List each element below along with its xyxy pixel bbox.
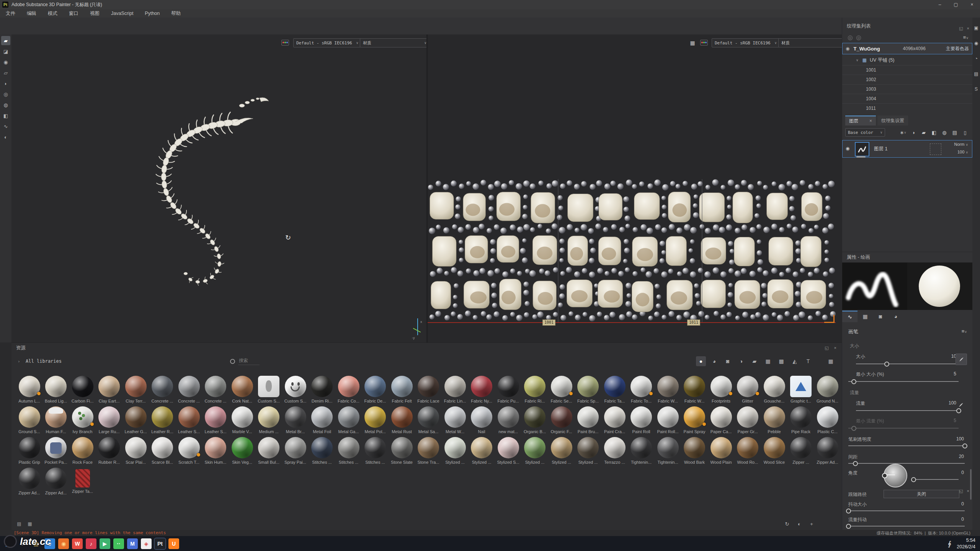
material-item[interactable]: Small Bul... [256, 436, 282, 467]
uv-texture-canvas[interactable] [428, 34, 842, 342]
material-item[interactable]: Marble V... [229, 406, 255, 436]
material-item[interactable]: Paper Gr... [735, 406, 761, 436]
material-item[interactable]: Metal Sa... [415, 406, 442, 436]
material-item[interactable]: Leather S... [176, 406, 202, 436]
path-tool[interactable]: ∿ [1, 122, 10, 131]
uv-tile-1011[interactable]: 1011 [842, 103, 972, 113]
uv-tile-group-row[interactable]: ∨ ▦ UV 平铺 (5) [842, 56, 972, 64]
min-size-slider[interactable] [848, 381, 959, 382]
material-item[interactable]: Zipper Ta... [69, 467, 96, 497]
material-item[interactable]: Metal Ga... [335, 406, 362, 436]
material-item[interactable]: Rubber R... [96, 436, 122, 467]
menu-item-4[interactable]: 视图 [84, 9, 105, 18]
close-properties-icon[interactable]: × [967, 489, 969, 494]
material-item[interactable]: Fabric W... [655, 375, 681, 406]
library-selector[interactable]: › All libraries [18, 359, 62, 364]
tab-texture-set-settings[interactable]: 纹理集设置 [877, 116, 908, 126]
shelf-grid-view-toggle[interactable]: ▦ [26, 520, 34, 527]
collapse-chevron-icon[interactable]: ∨ [856, 58, 859, 62]
alpha-properties-tab[interactable]: ▦ [858, 311, 873, 322]
material-item[interactable]: Fabric Ny... [469, 375, 495, 406]
material-item[interactable]: Ivy Branch [69, 406, 96, 436]
material-item[interactable]: Leather R... [149, 406, 176, 436]
material-item[interactable]: Human F... [43, 406, 69, 436]
material-item[interactable]: Stylized ... [522, 436, 548, 467]
smart-materials-filter[interactable]: ◕ [709, 356, 719, 366]
reimport-shelf-button[interactable]: ↻ [784, 520, 791, 527]
prop-size-value[interactable]: 10 [941, 354, 956, 359]
environments-filter[interactable]: ◭ [790, 356, 800, 366]
quick-mask-tool[interactable]: ◧ [1, 111, 10, 120]
firefox-browser-button[interactable]: ◉ [58, 538, 69, 549]
material-item[interactable]: Cork Nat... [229, 375, 255, 406]
material-item[interactable]: Stitches ... [309, 436, 335, 467]
wps-office-button[interactable]: W [72, 538, 83, 549]
taskbar-clock[interactable]: 5:54 2026/2/4 [957, 537, 975, 550]
menu-item-0[interactable]: 文件 [0, 9, 21, 18]
material-item[interactable]: Stone Tra... [415, 436, 442, 467]
video-app-button[interactable]: ▶ [100, 538, 110, 549]
prop-size-slider[interactable] [856, 364, 959, 364]
shelf-search[interactable]: 搜索 [230, 357, 260, 365]
prop-flow-pressure-button[interactable] [956, 400, 965, 409]
prop-spacing-value[interactable]: 20 [949, 454, 964, 459]
stencil-properties-tab[interactable]: ◙ [873, 311, 888, 322]
material-item[interactable]: Nail [469, 406, 495, 436]
material-properties-tab[interactable]: ◕ [888, 311, 903, 322]
visibility-eye-icon[interactable]: ◉ [846, 46, 849, 51]
size-jitter-slider[interactable] [848, 510, 965, 511]
add-smart-material-button[interactable]: ◍ [940, 128, 949, 137]
pending-updates-button[interactable]: ◐ [796, 520, 803, 527]
shelf-list-view-toggle[interactable]: ▤ [15, 520, 23, 527]
material-item[interactable]: Custom S... [256, 375, 282, 406]
menu-item-5[interactable]: JavaScript [105, 9, 139, 18]
close-shelf-icon[interactable]: × [834, 346, 836, 350]
menu-item-7[interactable]: 帮助 [165, 9, 186, 18]
material-item[interactable]: Pipe Rack [788, 406, 814, 436]
material-item[interactable]: Scratch T... [176, 436, 202, 467]
angle-slider[interactable] [913, 479, 959, 480]
prop-size-pressure-button[interactable] [956, 354, 967, 365]
procedurals-filter[interactable]: ▩ [776, 356, 786, 366]
material-item[interactable]: Plastic C... [814, 406, 841, 436]
material-item[interactable]: Terrazzo ... [601, 436, 628, 467]
delete-layer-button[interactable]: ▯ [961, 128, 969, 137]
layer-thumbnail[interactable] [855, 142, 869, 156]
flow-jitter-value[interactable]: 0 [949, 517, 964, 522]
material-item[interactable]: Wood Ro... [735, 436, 761, 467]
prop-opacity-slider[interactable] [848, 445, 965, 446]
layer-mask-placeholder[interactable] [930, 143, 941, 155]
material-item[interactable]: Stylized S... [495, 436, 521, 467]
material-item[interactable]: Concrete ... [176, 375, 202, 406]
material-item[interactable]: Concrete ... [203, 375, 229, 406]
material-item[interactable]: Stylized ... [548, 436, 575, 467]
material-item[interactable]: Autumn L... [16, 375, 42, 406]
material-item[interactable]: Concrete ... [149, 375, 176, 406]
material-item[interactable]: Carbon Fi... [69, 375, 96, 406]
material-item[interactable]: Zipper Ad... [43, 467, 69, 497]
material-item[interactable]: Large Ru... [96, 406, 122, 436]
music-app-button[interactable]: ♪ [86, 538, 96, 549]
material-item[interactable]: Custom S... [282, 375, 309, 406]
material-item[interactable]: Scarce Bl... [149, 436, 176, 467]
viewport-2d[interactable]: ▦ Default - sRGB IEC6196∨ 材质∨ 1001 1011 [428, 34, 842, 342]
material-item[interactable]: Metal Pol... [362, 406, 389, 436]
float-shelf-icon[interactable]: ◱ [825, 346, 828, 350]
material-item[interactable]: Medium ... [256, 406, 282, 436]
import-resources-button[interactable]: + [808, 520, 815, 527]
minimize-button[interactable]: – [932, 0, 948, 9]
material-item[interactable]: Zipper Ad... [16, 467, 42, 497]
material-item[interactable]: Metal Foil [309, 406, 335, 436]
properties-scrollbar[interactable] [970, 469, 972, 500]
layer-opacity-dropdown[interactable]: 100 ∨ [957, 150, 968, 154]
material-item[interactable]: Stylized ... [442, 436, 468, 467]
min-size-value[interactable]: 5 [941, 371, 956, 377]
wechat-button[interactable]: ·· [113, 538, 124, 549]
material-item[interactable]: Fabric Ri... [522, 375, 548, 406]
material-item[interactable]: Skin Hum... [203, 436, 229, 467]
materials-filter[interactable]: ● [696, 356, 706, 366]
material-item[interactable]: Rock Face [69, 436, 96, 467]
prop-flow-slider[interactable] [856, 410, 959, 411]
menu-item-3[interactable]: 窗口 [63, 9, 84, 18]
texture-set-row[interactable]: ◉ T_WuGong 4096x4096 主要着色器 [842, 43, 972, 54]
